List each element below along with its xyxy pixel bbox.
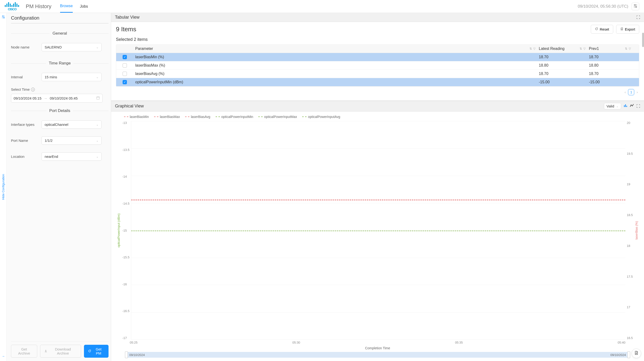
cell-latest: 18.70 <box>539 72 589 76</box>
cell-latest: 18.80 <box>539 63 589 68</box>
items-count: 9 Items <box>116 26 136 33</box>
section-general: General <box>11 31 108 36</box>
slider-handle-right[interactable] <box>627 351 630 358</box>
location-select[interactable]: nearEnd ⌄ <box>42 152 102 161</box>
configuration-title: Configuration <box>11 13 108 24</box>
select-time-label: Select Time i <box>11 87 108 92</box>
export-button[interactable]: Export <box>616 25 639 34</box>
arrow-right-icon: → <box>44 96 48 100</box>
refresh-icon <box>88 349 91 353</box>
svg-rect-8 <box>96 97 100 99</box>
col-prev1[interactable]: Prev1 <box>589 47 599 51</box>
filter-icon[interactable]: ▽ <box>584 47 586 50</box>
notes-button[interactable] <box>632 348 641 358</box>
cell-parameter: laserBiasMin (%) <box>133 55 539 59</box>
section-port-details: Port Details <box>11 108 108 113</box>
location-label: Location <box>11 154 39 159</box>
port-name-select[interactable]: 1/1/2 ⌄ <box>42 136 102 145</box>
table-row[interactable]: laserBiasMax (%)18.8018.80 <box>116 61 639 70</box>
sliders-icon[interactable] <box>2 15 5 19</box>
y-axis-right: 2019.51918.51817.51716.5 <box>626 121 634 340</box>
time-to: 09/10/2024 05:45 <box>50 96 78 100</box>
cisco-logo: CISCO <box>5 2 20 11</box>
slider-from-label: 09/10/2024 <box>129 353 145 357</box>
cisco-bars-icon <box>5 2 19 7</box>
legend-item[interactable]: opticalPowerInputMin <box>216 115 253 119</box>
reset-button[interactable]: Reset <box>591 25 613 34</box>
next-page[interactable]: › <box>636 90 638 94</box>
tab-browse[interactable]: Browse <box>60 0 73 13</box>
chevron-down-icon: ⌄ <box>96 76 98 79</box>
y-axis-left: -13-13.5-14-14.5-15-15.5-16-16.5-17 <box>121 121 131 340</box>
table-scrollbar[interactable] <box>642 33 644 47</box>
row-checkbox[interactable] <box>122 72 127 76</box>
table-row[interactable]: laserBiasAvg (%)18.7018.70 <box>116 70 639 78</box>
section-time-range-label: Time Range <box>46 61 74 66</box>
get-archive-button[interactable]: Get Archive <box>11 345 37 358</box>
tabular-view-header: Tabular View ⛶ <box>111 13 644 22</box>
hide-configuration-toggle[interactable]: Hide Configuration <box>2 174 5 200</box>
col-parameter[interactable]: Parameter <box>135 47 153 51</box>
table-row[interactable]: ✓opticalPowerInputMin (dBm)-15.00-15.00 <box>116 78 639 86</box>
cell-parameter: opticalPowerInputMin (dBm) <box>133 80 539 84</box>
line-chart-icon[interactable] <box>630 103 634 109</box>
slider-to-label: 09/10/2024 <box>610 353 626 357</box>
time-range-slider[interactable]: 09/10/2024 09/10/2024 <box>126 352 629 358</box>
interval-select[interactable]: 15 mins ⌄ <box>42 73 102 81</box>
chevron-down-icon: ⌄ <box>616 105 618 108</box>
settings-button[interactable] <box>632 3 639 10</box>
svg-rect-13 <box>625 104 626 107</box>
refresh-icon <box>595 27 598 31</box>
calendar-icon <box>96 96 100 101</box>
row-checkbox[interactable]: ✓ <box>122 80 127 84</box>
row-checkbox[interactable]: ✓ <box>122 55 127 59</box>
prev-page[interactable]: ‹ <box>625 90 626 94</box>
graph-body: laserBiasMinlaserBiasMaxlaserBiasAvgopti… <box>111 112 644 361</box>
sort-icon[interactable]: ⇅ <box>530 47 532 50</box>
chart-plot[interactable] <box>131 121 626 340</box>
table-row[interactable]: ✓laserBiasMin (%)18.7018.70 <box>116 53 639 61</box>
cell-prev1: 18.70 <box>589 72 639 76</box>
interface-types-select[interactable]: opticalChannel ⌄ <box>42 120 102 129</box>
expand-icon[interactable]: ⛶ <box>636 104 640 108</box>
svg-point-1 <box>634 5 636 6</box>
cell-latest: -15.00 <box>539 80 589 84</box>
chevron-down-icon: ⌄ <box>96 46 98 49</box>
location-value: nearEnd <box>44 154 58 159</box>
side-rail: Hide Configuration → <box>0 13 7 361</box>
collapse-arrow-icon[interactable]: → <box>2 354 5 358</box>
graphical-view-header: Graphical View Valid ⌄ ⛶ <box>111 101 644 112</box>
filter-icon[interactable]: ▽ <box>533 47 536 50</box>
node-name-value: SALERNO <box>44 45 62 49</box>
filter-icon[interactable]: ▽ <box>629 47 631 50</box>
slider-handle-left[interactable] <box>125 351 128 358</box>
legend-item[interactable]: laserBiasMax <box>154 115 180 119</box>
cell-prev1: 18.70 <box>589 55 639 59</box>
chart-legend: laserBiasMinlaserBiasMaxlaserBiasAvgopti… <box>124 115 638 119</box>
sort-icon[interactable]: ⇅ <box>580 47 582 50</box>
x-axis: 05:2505:3005:3505:40 <box>128 340 627 345</box>
time-range-picker[interactable]: 09/10/2024 05:15 → 09/10/2024 05:45 <box>11 94 102 103</box>
page-1[interactable]: 1 <box>628 89 634 95</box>
download-archive-button[interactable]: Download Archive <box>40 345 81 358</box>
legend-item[interactable]: laserBiasMin <box>124 115 149 119</box>
chevron-down-icon: ⌄ <box>96 155 98 158</box>
col-latest-reading[interactable]: Latest Reading <box>539 47 564 51</box>
legend-item[interactable]: opticalPowerInputMax <box>258 115 297 119</box>
tabular-view: 9 Items Reset Export Selected 2 items <box>111 22 644 101</box>
chevron-down-icon: ⌄ <box>96 139 98 142</box>
validity-select[interactable]: Valid ⌄ <box>604 103 621 109</box>
info-icon[interactable]: i <box>31 88 35 92</box>
node-name-select[interactable]: SALERNO ⌄ <box>42 43 102 51</box>
tab-jobs[interactable]: Jobs <box>80 0 88 13</box>
row-checkbox[interactable] <box>122 63 127 68</box>
bar-chart-icon[interactable] <box>624 103 628 109</box>
cell-latest: 18.70 <box>539 55 589 59</box>
legend-item[interactable]: laserBiasAvg <box>185 115 210 119</box>
section-general-label: General <box>50 31 70 36</box>
cell-prev1: -15.00 <box>589 80 639 84</box>
get-pm-button[interactable]: Get PM <box>84 345 109 358</box>
sort-icon[interactable]: ⇅ <box>625 47 627 50</box>
expand-icon[interactable]: ⛶ <box>636 15 640 20</box>
legend-item[interactable]: opticalPowerInputAvg <box>302 115 340 119</box>
